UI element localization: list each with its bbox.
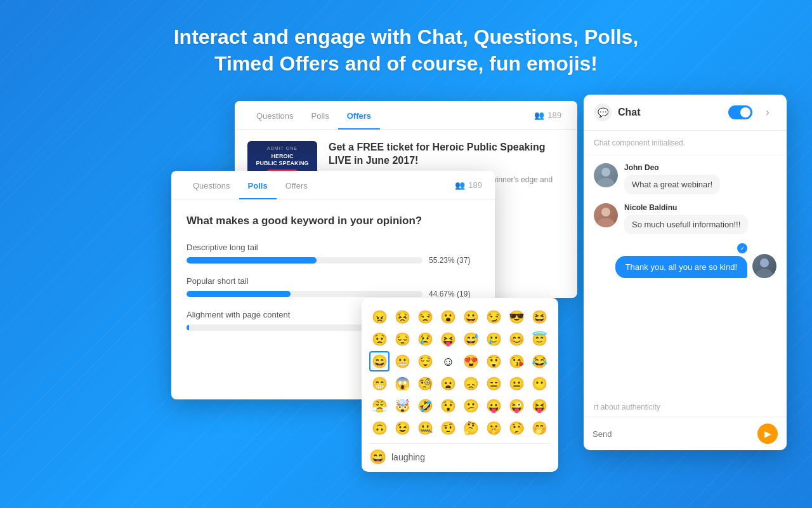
chat-message-nicole: Nicole Baldinu So much usefull informati… (594, 203, 776, 234)
chat-title: Chat (618, 107, 722, 118)
tab-offers[interactable]: Offers (338, 101, 380, 130)
tab-questions[interactable]: Questions (247, 101, 303, 130)
emoji-steam[interactable]: 😤 (369, 396, 390, 416)
emoji-angry[interactable]: 😠 (369, 307, 390, 327)
avatar-john (594, 163, 618, 187)
poll-bar-bg-1 (187, 257, 422, 264)
badge-icon: 👥 (534, 110, 544, 120)
badge-count: 189 (547, 110, 561, 120)
svg-point-3 (598, 218, 614, 227)
emoji-stuck-out[interactable]: 😝 (438, 329, 458, 349)
chat-init-message: Chat component initialised. (584, 131, 787, 156)
emoji-wink[interactable]: 😉 (392, 418, 412, 438)
emoji-expressionless[interactable]: 😑 (484, 373, 504, 394)
tab-polls[interactable]: Polls (303, 101, 338, 130)
message-name-nicole: Nicole Baldinu (624, 203, 776, 212)
emoji-neutral[interactable]: 😐 (507, 373, 527, 394)
emoji-selected-icon: 😄 (369, 449, 386, 465)
emoji-exploding[interactable]: 🤯 (392, 396, 412, 416)
emoji-laugh[interactable]: 😆 (530, 307, 550, 327)
emoji-shushing[interactable]: 🤫 (484, 418, 504, 438)
message-content-john: John Deo What a great webinar! (624, 163, 776, 194)
emoji-relieved[interactable]: 😌 (415, 351, 435, 371)
avatar-own (752, 254, 776, 278)
chat-input[interactable] (593, 429, 752, 439)
emoji-smile-eyes[interactable]: 😊 (507, 329, 527, 349)
chat-messages: John Deo What a great webinar! Nicole Ba… (584, 156, 787, 403)
emoji-picker: 😠 😣 😒 😮 😀 😏 😎 😆 😟 😔 😢 😝 😅 🥲 😊 😇 😄 😬 😌 ☺️… (362, 298, 558, 472)
emoji-smirk[interactable]: 😏 (484, 307, 504, 327)
emoji-struggling[interactable]: 😣 (392, 307, 412, 327)
emoji-rolling[interactable]: 🤣 (415, 396, 435, 416)
emoji-cool[interactable]: 😎 (507, 307, 527, 327)
polls-tab-questions[interactable]: Questions (184, 171, 239, 199)
polls-badge: 👥 189 (455, 180, 482, 190)
emoji-lying[interactable]: 🤥 (507, 418, 527, 438)
emoji-confused[interactable]: 😕 (461, 396, 481, 416)
chat-toggle[interactable] (728, 105, 752, 119)
offers-tabs: Questions Polls Offers 👥 189 (235, 101, 577, 130)
emoji-selected-label: laughing (391, 452, 425, 462)
emoji-laughing[interactable]: 😄 (369, 351, 390, 371)
chat-partial-message: rt about authenticity (584, 403, 787, 417)
svg-point-1 (598, 178, 614, 187)
emoji-kiss[interactable]: 😘 (507, 351, 527, 371)
emoji-grinning[interactable]: 😀 (461, 307, 481, 327)
emoji-tongue[interactable]: 😛 (484, 396, 504, 416)
emoji-party[interactable]: 😅 (461, 329, 481, 349)
svg-point-0 (601, 168, 610, 177)
emoji-hushed[interactable]: 😯 (438, 396, 458, 416)
poll-bar-fill-3 (187, 324, 189, 331)
emoji-zipper[interactable]: 🤐 (415, 418, 435, 438)
emoji-beam[interactable]: 😁 (369, 373, 390, 394)
emoji-grid: 😠 😣 😒 😮 😀 😏 😎 😆 😟 😔 😢 😝 😅 🥲 😊 😇 😄 😬 😌 ☺️… (369, 307, 551, 438)
chat-panel: 💬 Chat › Chat component initialised. Joh… (584, 95, 787, 450)
chat-send-button[interactable]: ▶ (757, 424, 778, 444)
own-indicator: ✓ (737, 243, 747, 253)
emoji-anguished[interactable]: 😦 (438, 373, 458, 394)
emoji-cry[interactable]: 😢 (415, 329, 435, 349)
emoji-thinking[interactable]: 🤔 (461, 418, 481, 438)
headline-title: Interact and engage with Chat, Questions… (13, 24, 799, 77)
emoji-astonished[interactable]: 😲 (484, 351, 504, 371)
emoji-wow[interactable]: 😮 (438, 307, 458, 327)
poll-bar-bg-2 (187, 291, 422, 297)
svg-point-5 (756, 269, 773, 278)
emoji-grimace[interactable]: 😬 (392, 351, 412, 371)
offer-title: Get a FREE ticket for Heroic Public Spea… (329, 141, 565, 168)
offers-badge: 👥 189 (534, 110, 565, 120)
emoji-lol[interactable]: 😂 (530, 351, 550, 371)
message-bubble-nicole: So much usefull information!!! (624, 215, 748, 234)
emoji-label-row: 😄 laughing (369, 443, 551, 465)
emoji-halo[interactable]: 😇 (530, 329, 550, 349)
chat-message-own: ✓ Thank you, all you are so kind! (594, 243, 776, 278)
emoji-squint-tongue[interactable]: 😝 (530, 396, 550, 416)
poll-stat-1: 55.23% (37) (429, 256, 480, 265)
svg-point-2 (601, 208, 610, 217)
polls-tab-polls[interactable]: Polls (239, 171, 277, 199)
emoji-worried[interactable]: 😟 (369, 329, 390, 349)
message-name-john: John Deo (624, 163, 776, 172)
panels-area: Questions Polls Offers 👥 189 ADMIT ONE H… (0, 95, 812, 298)
emoji-blush[interactable]: ☺️ (438, 351, 458, 371)
chat-icon: 💬 (594, 104, 612, 121)
emoji-wink-tongue[interactable]: 😜 (507, 396, 527, 416)
poll-option-2: Popular short tail 44.67% (19) (187, 276, 480, 298)
poll-stat-2: 44.67% (19) (429, 290, 480, 298)
chat-message-john: John Deo What a great webinar! (594, 163, 776, 194)
emoji-dizzy[interactable]: 😱 (392, 373, 412, 394)
emoji-disappointed[interactable]: 😞 (461, 373, 481, 394)
message-bubble-own: Thank you, all you are so kind! (615, 256, 747, 278)
emoji-unamused[interactable]: 😒 (415, 307, 435, 327)
emoji-pensive[interactable]: 😔 (392, 329, 412, 349)
emoji-upside[interactable]: 🙃 (369, 418, 390, 438)
polls-tab-offers[interactable]: Offers (277, 171, 317, 199)
poll-bar-fill-2 (187, 291, 291, 297)
emoji-sweat[interactable]: 🥲 (484, 329, 504, 349)
emoji-heart-eyes[interactable]: 😍 (461, 351, 481, 371)
emoji-hand-mouth[interactable]: 🤭 (530, 418, 550, 438)
emoji-monocle[interactable]: 🧐 (415, 373, 435, 394)
emoji-raised-eyebrow[interactable]: 🤨 (438, 418, 458, 438)
emoji-no-mouth[interactable]: 😶 (530, 373, 550, 394)
chat-arrow-button[interactable]: › (759, 104, 776, 121)
